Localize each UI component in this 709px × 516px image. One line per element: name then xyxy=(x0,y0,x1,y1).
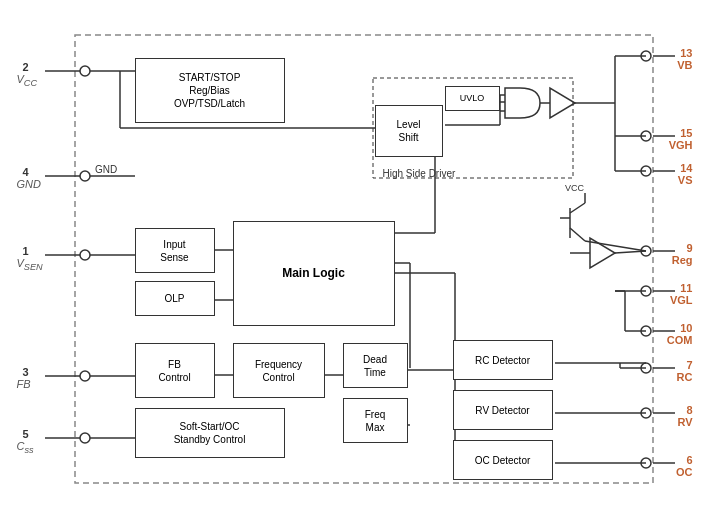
svg-line-68 xyxy=(570,203,585,213)
pin-4-name: GND xyxy=(17,178,41,190)
pin-1-name: VSEN xyxy=(17,257,43,272)
pin-5-name: Css xyxy=(17,440,34,455)
start-stop-block: START/STOPReg/BiasOVP/TSD/Latch xyxy=(135,58,285,123)
pin-14-name: VS xyxy=(678,174,693,186)
pin-13-name: VB xyxy=(677,59,692,71)
pin-7-num: 7 xyxy=(686,359,692,371)
uvlo-block: UVLO xyxy=(445,86,500,111)
pin-4-num: 4 xyxy=(23,166,29,178)
svg-text:GND: GND xyxy=(95,164,117,175)
pin-13-num: 13 xyxy=(680,47,692,59)
svg-point-35 xyxy=(641,408,651,418)
svg-marker-62 xyxy=(590,238,615,268)
dead-time-block: DeadTime xyxy=(343,343,408,388)
pin-14-num: 14 xyxy=(680,162,692,174)
pin-2-name: VCC xyxy=(17,73,38,88)
svg-line-69 xyxy=(570,228,585,241)
svg-point-15 xyxy=(80,371,90,381)
pin-1-num: 1 xyxy=(23,245,29,257)
pin-10-num: 10 xyxy=(680,322,692,334)
svg-point-27 xyxy=(641,246,651,256)
olp-block: OLP xyxy=(135,281,215,316)
svg-point-37 xyxy=(641,458,651,468)
soft-start-block: Soft-Start/OCStandby Control xyxy=(135,408,285,458)
oc-detector-block: OC Detector xyxy=(453,440,553,480)
freq-max-block: FreqMax xyxy=(343,398,408,443)
svg-line-64 xyxy=(615,251,646,253)
high-side-driver-label: High Side Driver xyxy=(383,168,456,179)
pin-3-num: 3 xyxy=(23,366,29,378)
pin-5-num: 5 xyxy=(23,428,29,440)
input-sense-block: InputSense xyxy=(135,228,215,273)
pin-8-num: 8 xyxy=(686,404,692,416)
pin-10-name: COM xyxy=(667,334,693,346)
pin-6-num: 6 xyxy=(686,454,692,466)
pin-7-name: RC xyxy=(677,371,693,383)
svg-line-72 xyxy=(585,241,646,251)
svg-point-12 xyxy=(80,250,90,260)
svg-point-31 xyxy=(641,326,651,336)
svg-point-2 xyxy=(80,66,90,76)
pin-6-name: OC xyxy=(676,466,693,478)
diagram-container: GND xyxy=(15,13,695,503)
pin-11-num: 11 xyxy=(680,282,692,294)
svg-text:VCC: VCC xyxy=(565,183,585,193)
pin-3-name: FB xyxy=(17,378,31,390)
pin-15-num: 15 xyxy=(680,127,692,139)
main-logic-block: Main Logic xyxy=(233,221,395,326)
pin-15-name: VGH xyxy=(669,139,693,151)
pin-2-num: 2 xyxy=(23,61,29,73)
pin-9-name: Reg xyxy=(672,254,693,266)
svg-point-25 xyxy=(641,166,651,176)
pin-9-num: 9 xyxy=(686,242,692,254)
svg-point-33 xyxy=(641,363,651,373)
svg-point-8 xyxy=(80,171,90,181)
pin-8-name: RV xyxy=(677,416,692,428)
svg-point-18 xyxy=(80,433,90,443)
svg-point-21 xyxy=(641,51,651,61)
pin-11-name: VGL xyxy=(670,294,693,306)
svg-point-29 xyxy=(641,286,651,296)
svg-marker-54 xyxy=(550,88,575,118)
level-shift-block: LevelShift xyxy=(375,105,443,157)
freq-control-block: FrequencyControl xyxy=(233,343,325,398)
fb-control-block: FBControl xyxy=(135,343,215,398)
rc-detector-block: RC Detector xyxy=(453,340,553,380)
svg-point-23 xyxy=(641,131,651,141)
rv-detector-block: RV Detector xyxy=(453,390,553,430)
